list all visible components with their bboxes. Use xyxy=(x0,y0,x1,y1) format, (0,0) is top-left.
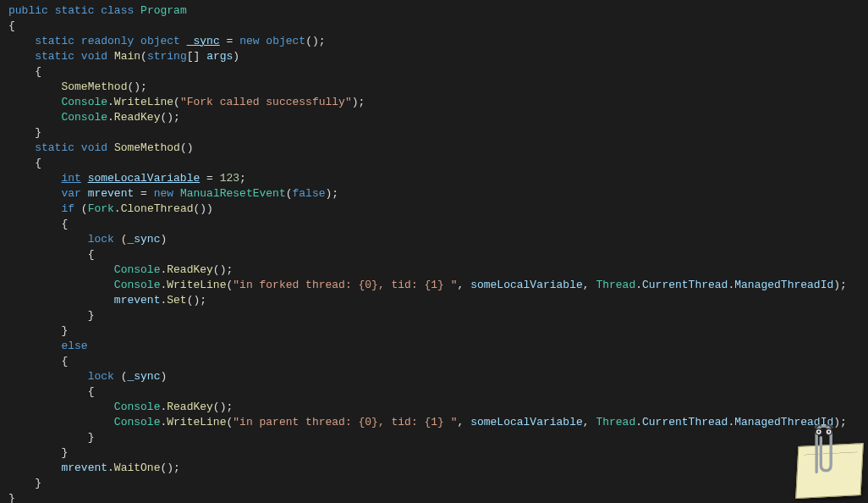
code-token: ) xyxy=(160,233,167,246)
code-token: Console xyxy=(61,111,107,124)
code-line[interactable]: { xyxy=(8,247,860,263)
code-token: { xyxy=(35,65,41,78)
code-token: Program xyxy=(140,4,187,17)
code-token: if xyxy=(61,202,74,215)
code-token: someLocalVariable xyxy=(470,279,583,291)
code-line[interactable]: static void SomeMethod() xyxy=(8,141,860,156)
code-line[interactable]: } xyxy=(8,445,860,461)
code-token: = xyxy=(200,172,219,185)
code-token: , xyxy=(458,416,471,428)
code-line[interactable]: Console.WriteLine("Fork called successfu… xyxy=(8,95,860,110)
code-token: string xyxy=(147,50,187,63)
code-token: "Fork called successfully" xyxy=(180,96,352,108)
code-token: object xyxy=(266,35,305,47)
code-token: CurrentThread xyxy=(642,279,728,291)
code-token: { xyxy=(35,157,41,169)
code-token: static xyxy=(35,141,74,154)
code-line[interactable]: Console.ReadKey(); xyxy=(8,400,860,415)
office-assistant-clippy[interactable] xyxy=(783,418,864,499)
code-token: ( xyxy=(114,233,128,246)
code-token: readonly xyxy=(81,35,134,47)
code-token: _sync xyxy=(127,370,160,383)
code-line[interactable]: } xyxy=(8,125,860,141)
code-token: CloneThread xyxy=(121,202,194,215)
code-line[interactable]: { xyxy=(8,217,860,232)
code-token: CurrentThread xyxy=(642,416,728,428)
code-block[interactable]: public static class Program{ static read… xyxy=(8,3,860,503)
code-token: ) xyxy=(233,50,239,63)
code-token xyxy=(173,187,180,200)
code-token: Console xyxy=(114,279,161,291)
code-token: SomeMethod xyxy=(114,141,180,154)
code-token: 123 xyxy=(220,172,239,185)
code-line[interactable]: } xyxy=(8,308,860,323)
code-editor[interactable]: public static class Program{ static read… xyxy=(0,0,868,503)
code-token: false xyxy=(293,187,326,200)
code-token: new xyxy=(154,187,173,200)
code-line[interactable]: Console.WriteLine("in parent thread: {0}… xyxy=(8,415,860,430)
code-token: WriteLine xyxy=(114,96,173,108)
code-token: . xyxy=(107,111,114,124)
code-line[interactable]: else xyxy=(8,339,860,354)
code-token: . xyxy=(107,462,114,474)
code-token: (); xyxy=(127,80,146,93)
code-token xyxy=(74,35,81,47)
code-token: Main xyxy=(114,50,140,63)
code-line[interactable]: { xyxy=(8,19,860,34)
code-line[interactable]: } xyxy=(8,491,860,503)
code-line[interactable]: } xyxy=(8,323,860,339)
code-line[interactable]: int someLocalVariable = 123; xyxy=(8,171,860,186)
code-token: [] xyxy=(187,50,206,63)
code-line[interactable]: { xyxy=(8,156,860,171)
code-line[interactable]: { xyxy=(8,64,860,80)
code-token: } xyxy=(88,309,95,322)
code-token: _sync xyxy=(187,35,220,47)
code-token: else xyxy=(61,340,87,352)
code-line[interactable]: var mrevent = new ManualResetEvent(false… xyxy=(8,186,860,202)
code-token: ReadKey xyxy=(114,111,161,124)
svg-point-3 xyxy=(827,431,830,434)
code-line[interactable]: static void Main(string[] args) xyxy=(8,49,860,64)
code-token: } xyxy=(88,431,95,444)
code-token: . xyxy=(635,416,642,428)
code-token: ( xyxy=(114,370,128,383)
code-line[interactable]: public static class Program xyxy=(8,3,860,19)
code-token: } xyxy=(35,477,41,489)
code-line[interactable]: { xyxy=(8,354,860,369)
code-token: (); xyxy=(160,462,179,474)
code-token: var xyxy=(61,187,80,200)
code-token xyxy=(180,35,187,47)
code-token: someLocalVariable xyxy=(470,416,583,428)
code-token: (); xyxy=(213,401,233,413)
code-line[interactable]: { xyxy=(8,384,860,400)
code-line[interactable]: Console.ReadKey(); xyxy=(8,263,860,278)
code-token: Set xyxy=(167,294,186,307)
code-line[interactable]: static readonly object _sync = new objec… xyxy=(8,34,860,49)
code-line[interactable]: lock (_sync) xyxy=(8,232,860,247)
code-token: void xyxy=(81,50,107,63)
code-line[interactable]: SomeMethod(); xyxy=(8,80,860,95)
code-token xyxy=(107,50,114,63)
code-token: Console xyxy=(61,96,107,108)
code-token: = xyxy=(134,187,153,200)
code-token: { xyxy=(61,218,68,230)
code-token: Thread xyxy=(596,279,635,291)
code-token: { xyxy=(88,248,95,261)
code-token xyxy=(134,4,140,17)
code-line[interactable]: } xyxy=(8,476,860,491)
code-line[interactable]: mrevent.Set(); xyxy=(8,293,860,308)
code-line[interactable]: } xyxy=(8,430,860,445)
code-token: Console xyxy=(114,401,161,413)
code-line[interactable]: Console.WriteLine("in forked thread: {0}… xyxy=(8,278,860,293)
code-line[interactable]: if (Fork.CloneThread()) xyxy=(8,202,860,217)
code-token: WriteLine xyxy=(167,416,226,428)
code-token: . xyxy=(114,202,121,215)
code-token: ReadKey xyxy=(167,263,213,276)
code-token xyxy=(48,4,55,17)
code-line[interactable]: Console.ReadKey(); xyxy=(8,110,860,125)
code-line[interactable]: lock (_sync) xyxy=(8,369,860,384)
code-token: lock xyxy=(88,233,114,246)
code-line[interactable]: mrevent.WaitOne(); xyxy=(8,461,860,476)
code-token: ManualResetEvent xyxy=(180,187,286,200)
code-token: object xyxy=(140,35,180,47)
